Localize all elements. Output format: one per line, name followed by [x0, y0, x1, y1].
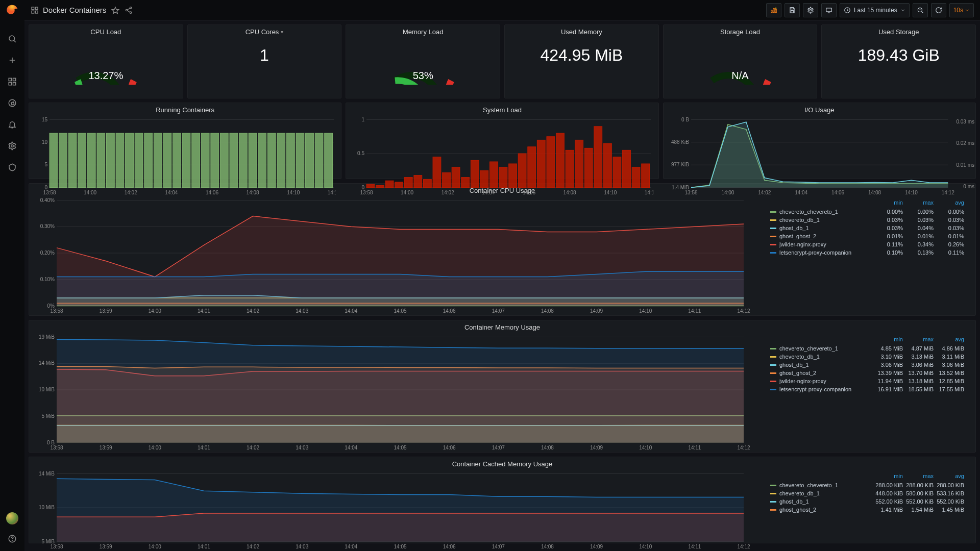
panel-running-containers[interactable]: Running Containers 05101513:5814:0014:02…	[29, 103, 341, 179]
help-icon[interactable]	[7, 534, 17, 544]
svg-text:14:01: 14:01	[198, 544, 210, 549]
panel-cpu-cores[interactable]: CPU Cores▾ 1	[187, 24, 342, 98]
svg-rect-99	[452, 167, 460, 188]
svg-text:0.10%: 0.10%	[40, 277, 55, 282]
stat-value: 1	[260, 46, 269, 65]
svg-text:14:08: 14:08	[247, 190, 259, 195]
svg-text:14:01: 14:01	[198, 308, 210, 314]
svg-text:14:06: 14:06	[443, 308, 456, 314]
svg-text:14:02: 14:02	[247, 308, 259, 314]
legend-row[interactable]: letsencrypt-proxy-companion16.91 MiB18.5…	[770, 385, 964, 393]
svg-text:488 KiB: 488 KiB	[671, 139, 689, 145]
alerting-icon[interactable]	[7, 119, 17, 130]
legend: minmaxavgchevereto_chevereto_1288.00 KiB…	[766, 471, 970, 550]
legend-row[interactable]: ghost_ghost_20.01%0.01%0.01%	[770, 232, 964, 240]
svg-text:14:00: 14:00	[401, 190, 413, 195]
search-icon[interactable]	[7, 34, 17, 44]
svg-text:14:04: 14:04	[345, 544, 357, 549]
svg-rect-64	[220, 133, 228, 187]
svg-rect-15	[32, 11, 34, 13]
gauge: 13.27%	[65, 39, 146, 85]
stat-value: 424.95 MiB	[540, 46, 623, 65]
star-icon[interactable]	[111, 6, 119, 14]
svg-text:14:11: 14:11	[688, 445, 701, 450]
svg-text:13:58: 13:58	[50, 308, 63, 314]
svg-text:14:11: 14:11	[688, 544, 701, 549]
panel-cpu-load[interactable]: CPU Load 13.27%	[29, 24, 183, 98]
svg-rect-66	[239, 133, 248, 187]
legend-row[interactable]: chevereto_chevereto_10.00%0.00%0.00%	[770, 208, 964, 216]
panel-memory-load[interactable]: Memory Load 53%	[346, 24, 500, 98]
share-icon[interactable]	[125, 6, 133, 14]
svg-text:14:05: 14:05	[394, 308, 406, 314]
panel-storage-load[interactable]: Storage Load N/A	[663, 24, 818, 98]
legend-row[interactable]: ghost_db_1552.00 KiB552.00 KiB552.00 KiB	[770, 497, 964, 506]
legend-row[interactable]: ghost_db_10.03%0.04%0.03%	[770, 224, 964, 232]
svg-rect-113	[585, 148, 593, 187]
legend-row[interactable]: ghost_ghost_21.41 MiB1.54 MiB1.45 MiB	[770, 506, 964, 514]
breadcrumb[interactable]: Docker Containers	[31, 6, 106, 14]
plus-icon[interactable]	[7, 55, 17, 65]
svg-marker-17	[112, 7, 119, 14]
svg-text:14:03: 14:03	[296, 445, 308, 450]
legend-row[interactable]: chevereto_chevereto_1288.00 KiB288.00 Ki…	[770, 481, 964, 489]
svg-text:14:00: 14:00	[721, 190, 734, 195]
refresh-interval-button[interactable]: 10s	[949, 3, 974, 17]
gauge: N/A	[699, 39, 781, 85]
legend-row[interactable]: chevereto_chevereto_14.85 MiB4.87 MiB4.8…	[770, 344, 964, 353]
svg-rect-58	[163, 133, 172, 187]
save-button[interactable]	[785, 3, 800, 17]
svg-text:14:10: 14:10	[639, 445, 652, 450]
server-admin-icon[interactable]	[7, 162, 17, 172]
svg-text:10: 10	[42, 139, 48, 145]
gauge: 53%	[382, 39, 464, 85]
user-avatar[interactable]	[6, 512, 18, 524]
legend-row[interactable]: jwilder-nginx-proxy0.11%0.34%0.26%	[770, 240, 964, 248]
panel-container-cached[interactable]: Container Cached Memory Usage 5 MiB10 Mi…	[29, 457, 976, 543]
legend-row[interactable]: jwilder-nginx-proxy11.94 MiB13.18 MiB12.…	[770, 377, 964, 385]
svg-rect-109	[547, 137, 555, 188]
grafana-logo[interactable]	[5, 4, 19, 18]
svg-text:14:12: 14:12	[941, 190, 954, 195]
svg-rect-106	[519, 154, 527, 188]
time-range-label: Last 15 minutes	[854, 7, 897, 14]
panel-container-mem[interactable]: Container Memory Usage 0 B5 MiB10 MiB14 …	[29, 320, 976, 453]
panel-system-load[interactable]: System Load 00.5113:5814:0014:0214:0414:…	[346, 103, 658, 179]
svg-text:14:07: 14:07	[492, 445, 505, 450]
svg-text:19 MiB: 19 MiB	[39, 334, 55, 340]
panel-used-memory[interactable]: Used Memory 424.95 MiB	[504, 24, 659, 98]
time-range-button[interactable]: Last 15 minutes	[840, 3, 910, 17]
svg-text:13:59: 13:59	[100, 544, 112, 549]
dashboard-title: Docker Containers	[43, 6, 106, 14]
svg-text:14:09: 14:09	[590, 544, 603, 549]
svg-rect-100	[461, 178, 470, 188]
configuration-icon[interactable]	[7, 141, 17, 151]
dashboard-content: CPU Load 13.27% CPU Cores▾ 1 Memory Load…	[24, 20, 980, 551]
legend-row[interactable]: letsencrypt-proxy-companion0.10%0.13%0.1…	[770, 248, 964, 257]
dashboards-icon[interactable]	[7, 77, 17, 87]
panel-io-usage[interactable]: I/O Usage 1.4 MiB977 KiB488 KiB0 B13:581…	[663, 103, 976, 179]
legend-row[interactable]: ghost_db_13.06 MiB3.06 MiB3.06 MiB	[770, 361, 964, 369]
legend-row[interactable]: ghost_ghost_213.39 MiB13.70 MiB13.52 MiB	[770, 369, 964, 377]
legend-row[interactable]: chevereto_db_13.10 MiB3.13 MiB3.11 MiB	[770, 353, 964, 361]
svg-rect-65	[230, 133, 238, 187]
settings-button[interactable]	[803, 3, 818, 17]
svg-text:0.30%: 0.30%	[40, 223, 55, 229]
svg-text:14:00: 14:00	[149, 445, 161, 450]
svg-marker-9	[11, 102, 14, 105]
svg-rect-74	[315, 133, 323, 187]
explore-icon[interactable]	[7, 98, 17, 108]
zoom-out-button[interactable]	[913, 3, 928, 17]
add-panel-button[interactable]	[766, 3, 781, 17]
svg-text:0.5: 0.5	[357, 151, 364, 156]
panel-used-storage[interactable]: Used Storage 189.43 GiB	[821, 24, 976, 98]
svg-text:14:09: 14:09	[590, 308, 603, 314]
svg-rect-29	[791, 10, 794, 13]
topbar: Docker Containers Last 15 minutes 10s	[24, 0, 980, 20]
legend-row[interactable]: chevereto_db_10.03%0.03%0.03%	[770, 216, 964, 224]
panel-container-cpu[interactable]: Container CPU Usage 0%0.10%0.20%0.30%0.4…	[29, 183, 976, 316]
legend-row[interactable]: chevereto_db_1448.00 KiB580.00 KiB533.16…	[770, 489, 964, 497]
refresh-button[interactable]	[931, 3, 946, 17]
svg-rect-57	[154, 133, 162, 187]
tv-mode-button[interactable]	[821, 3, 837, 17]
